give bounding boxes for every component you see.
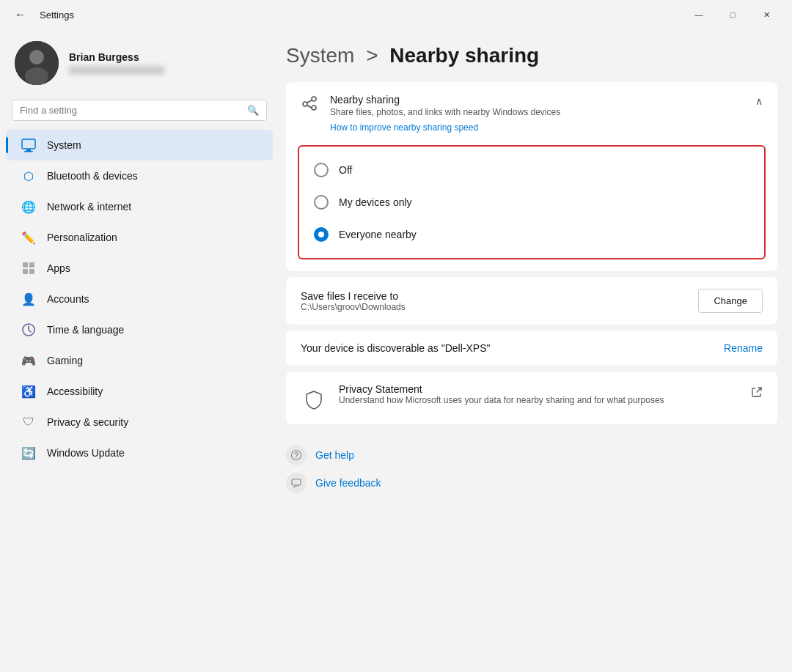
sidebar-label-bluetooth: Bluetooth & devices bbox=[47, 170, 138, 182]
radio-label-everyone: Everyone nearby bbox=[339, 229, 417, 240]
save-files-card: Save files I receive to C:\Users\groov\D… bbox=[286, 277, 777, 325]
nearby-sharing-card: Nearby sharing Share files, photos, and … bbox=[286, 82, 777, 271]
search-box[interactable]: 🔍 bbox=[12, 100, 267, 121]
accessibility-icon: ♿ bbox=[21, 383, 37, 399]
avatar bbox=[15, 41, 59, 85]
save-files-row: Save files I receive to C:\Users\groov\D… bbox=[286, 277, 777, 325]
privacy-statement-card: Privacy Statement Understand how Microso… bbox=[286, 372, 777, 424]
sidebar-item-privacy[interactable]: 🛡 Privacy & security bbox=[0, 407, 279, 437]
radio-label-off: Off bbox=[339, 164, 352, 176]
back-button[interactable]: ← bbox=[9, 5, 32, 24]
privacy-icon: 🛡 bbox=[21, 414, 37, 430]
external-link-icon bbox=[751, 386, 763, 400]
system-icon bbox=[21, 137, 37, 153]
chevron-up-icon: ∧ bbox=[755, 95, 763, 107]
radio-option-my-devices[interactable]: My devices only bbox=[314, 186, 749, 218]
svg-rect-7 bbox=[29, 262, 34, 267]
sidebar-item-time[interactable]: Time & language bbox=[0, 314, 279, 345]
close-button[interactable]: ✕ bbox=[749, 3, 783, 26]
privacy-row[interactable]: Privacy Statement Understand how Microso… bbox=[286, 372, 777, 424]
breadcrumb-separator: > bbox=[366, 44, 384, 67]
personalization-icon: ✏️ bbox=[21, 229, 37, 245]
save-files-text: Save files I receive to C:\Users\groov\D… bbox=[301, 290, 686, 312]
bluetooth-icon: ⬡ bbox=[21, 168, 37, 184]
nav-list: System ⬡ Bluetooth & devices 🌐 Network &… bbox=[0, 130, 279, 468]
sidebar-label-windows-update: Windows Update bbox=[47, 447, 125, 459]
nearby-sharing-text: Nearby sharing Share files, photos, and … bbox=[330, 94, 744, 133]
nearby-sharing-header[interactable]: Nearby sharing Share files, photos, and … bbox=[286, 82, 777, 145]
sidebar-label-accessibility: Accessibility bbox=[47, 385, 103, 397]
change-button[interactable]: Change bbox=[698, 289, 763, 313]
accounts-icon: 👤 bbox=[21, 291, 37, 307]
sidebar-item-windows-update[interactable]: 🔄 Windows Update bbox=[0, 437, 279, 468]
maximize-button[interactable]: □ bbox=[716, 3, 749, 26]
footer-links: Get help Give feedback bbox=[286, 430, 777, 508]
nearby-sharing-title: Nearby sharing bbox=[330, 94, 744, 106]
svg-rect-4 bbox=[26, 149, 31, 151]
sidebar-item-system[interactable]: System bbox=[0, 130, 279, 160]
nearby-sharing-desc: Share files, photos, and links with near… bbox=[330, 107, 744, 117]
radio-section: Off My devices only Everyone nearby bbox=[298, 145, 766, 259]
privacy-shield-icon bbox=[301, 386, 327, 413]
user-section: Brian Burgess bbox=[0, 29, 279, 97]
svg-point-12 bbox=[296, 457, 296, 458]
user-name: Brian Burgess bbox=[69, 51, 164, 63]
page-header: System > Nearby sharing bbox=[286, 44, 777, 67]
sidebar-item-personalization[interactable]: ✏️ Personalization bbox=[0, 222, 279, 253]
radio-circle-off bbox=[314, 163, 329, 177]
privacy-desc: Understand how Microsoft uses your data … bbox=[339, 395, 739, 405]
svg-rect-8 bbox=[23, 269, 28, 274]
content-area: System > Nearby sharing Nearby sharing bbox=[279, 29, 792, 672]
network-icon: 🌐 bbox=[21, 199, 37, 215]
save-files-title: Save files I receive to bbox=[301, 290, 686, 302]
radio-circle-everyone bbox=[314, 227, 329, 242]
windows-update-icon: 🔄 bbox=[21, 445, 37, 461]
gaming-icon: 🎮 bbox=[21, 352, 37, 369]
svg-rect-13 bbox=[292, 479, 301, 485]
radio-circle-my-devices bbox=[314, 195, 329, 210]
sidebar-label-system: System bbox=[47, 139, 81, 151]
get-help-icon bbox=[286, 445, 307, 465]
nearby-sharing-link[interactable]: How to improve nearby sharing speed bbox=[330, 122, 478, 133]
sidebar-label-gaming: Gaming bbox=[47, 355, 83, 366]
give-feedback-icon bbox=[286, 473, 307, 493]
sidebar-item-gaming[interactable]: 🎮 Gaming bbox=[0, 345, 279, 376]
minimize-button[interactable]: — bbox=[682, 3, 716, 26]
discoverable-row: Your device is discoverable as "Dell-XPS… bbox=[286, 331, 777, 366]
save-files-path: C:\Users\groov\Downloads bbox=[301, 302, 686, 312]
radio-option-off[interactable]: Off bbox=[314, 154, 749, 186]
sidebar-label-privacy: Privacy & security bbox=[47, 416, 128, 428]
radio-option-everyone[interactable]: Everyone nearby bbox=[314, 218, 749, 251]
main-layout: Brian Burgess 🔍 Sy bbox=[0, 29, 792, 672]
share-icon bbox=[301, 95, 318, 117]
breadcrumb-parent: System bbox=[286, 44, 354, 67]
sidebar-item-apps[interactable]: Apps bbox=[0, 253, 279, 284]
avatar-image bbox=[15, 41, 59, 85]
get-help-label: Get help bbox=[315, 449, 354, 461]
breadcrumb-current: Nearby sharing bbox=[389, 44, 539, 67]
user-info: Brian Burgess bbox=[69, 51, 164, 75]
privacy-text: Privacy Statement Understand how Microso… bbox=[339, 383, 739, 405]
sidebar-label-time: Time & language bbox=[47, 324, 124, 336]
titlebar-controls: — □ ✕ bbox=[682, 3, 783, 26]
sidebar-item-network[interactable]: 🌐 Network & internet bbox=[0, 191, 279, 222]
sidebar-item-bluetooth[interactable]: ⬡ Bluetooth & devices bbox=[0, 160, 279, 191]
give-feedback-label: Give feedback bbox=[315, 477, 381, 489]
sidebar-label-accounts: Accounts bbox=[47, 293, 89, 305]
titlebar-title: Settings bbox=[40, 10, 74, 21]
sidebar-label-apps: Apps bbox=[47, 262, 70, 274]
svg-rect-9 bbox=[29, 269, 34, 274]
search-input[interactable] bbox=[20, 105, 241, 116]
rename-link[interactable]: Rename bbox=[724, 342, 763, 354]
search-icon: 🔍 bbox=[247, 105, 259, 116]
discoverable-text: Your device is discoverable as "Dell-XPS… bbox=[301, 342, 712, 354]
sidebar-item-accounts[interactable]: 👤 Accounts bbox=[0, 284, 279, 314]
user-email bbox=[69, 66, 164, 75]
sidebar: Brian Burgess 🔍 Sy bbox=[0, 29, 279, 672]
give-feedback-link[interactable]: Give feedback bbox=[286, 473, 777, 493]
get-help-link[interactable]: Get help bbox=[286, 445, 777, 465]
svg-point-1 bbox=[29, 50, 44, 64]
svg-point-2 bbox=[25, 67, 48, 85]
sidebar-item-accessibility[interactable]: ♿ Accessibility bbox=[0, 376, 279, 407]
svg-rect-6 bbox=[23, 262, 28, 267]
